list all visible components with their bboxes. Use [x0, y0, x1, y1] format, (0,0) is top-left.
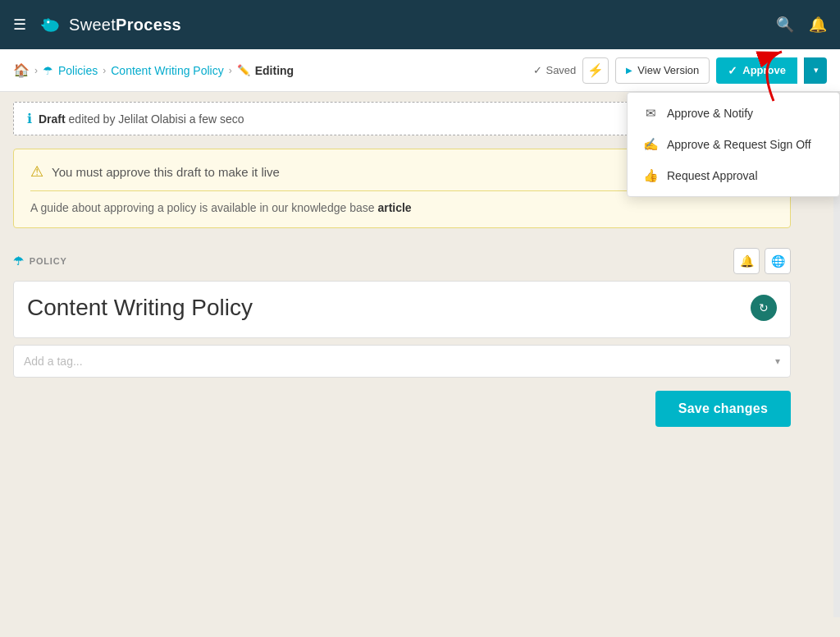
breadcrumb-sep-2: ›: [103, 65, 106, 76]
breadcrumb-sep-3: ›: [229, 65, 232, 76]
logo-bird-icon: [38, 11, 64, 38]
save-changes-row: Save changes: [13, 391, 791, 427]
policy-header-icons: 🔔 🌐: [733, 248, 791, 274]
nav-right: 🔍 🔔: [776, 16, 827, 34]
policy-bell-button[interactable]: 🔔: [733, 248, 760, 274]
home-icon: 🏠: [13, 62, 30, 78]
bell-icon[interactable]: 🔔: [809, 16, 827, 34]
tag-input-box[interactable]: Add a tag... ▾: [13, 345, 791, 378]
warning-triangle-icon: ⚠: [30, 163, 43, 181]
search-icon[interactable]: 🔍: [776, 16, 794, 34]
breadcrumb-editing: ✏️ Editing: [237, 64, 294, 77]
chevron-down-icon: ▾: [814, 65, 819, 76]
logo: SweetProcess: [38, 11, 181, 38]
policy-umbrella-icon: ☂: [13, 254, 25, 268]
policies-link[interactable]: Policies: [58, 64, 98, 77]
info-icon: ℹ: [27, 111, 32, 126]
signature-icon: ✍: [642, 137, 659, 152]
breadcrumb-actions: ✓ Saved ⚡ ▶ View Version ✓ Approve ▾: [533, 57, 827, 84]
svg-point-1: [47, 21, 49, 23]
warning-body: A guide about approving a policy is avai…: [30, 201, 774, 214]
nav-left: ☰ SweetProcess: [13, 11, 181, 38]
breadcrumb-policies[interactable]: ☂ Policies: [43, 64, 98, 77]
approve-dropdown-menu: ✉ Approve & Notify ✍ Approve & Request S…: [627, 92, 840, 197]
play-icon: ▶: [626, 66, 632, 75]
dropdown-request-approval[interactable]: 👍 Request Approval: [628, 160, 839, 191]
breadcrumb-policy-name[interactable]: Content Writing Policy: [111, 64, 223, 77]
dropdown-approve-signoff[interactable]: ✍ Approve & Request Sign Off: [628, 129, 839, 160]
policy-globe-button[interactable]: 🌐: [765, 248, 791, 274]
top-navigation: ☰ SweetProcess 🔍 🔔: [0, 0, 840, 49]
approve-button[interactable]: ✓ Approve: [716, 57, 797, 84]
thumbsup-icon: 👍: [642, 168, 659, 183]
approve-dropdown-button[interactable]: ▾: [804, 57, 827, 84]
policy-label: ☂ POLICY: [13, 254, 67, 268]
saved-status: ✓ Saved: [533, 64, 576, 76]
policy-header: ☂ POLICY 🔔 🌐: [13, 248, 791, 274]
logo-text: SweetProcess: [69, 16, 181, 34]
view-version-button[interactable]: ▶ View Version: [615, 57, 710, 84]
breadcrumb-bar: 🏠 › ☂ Policies › Content Writing Policy …: [0, 49, 840, 92]
envelope-icon: ✉: [642, 106, 659, 121]
edit-icon: ✏️: [237, 64, 250, 76]
hamburger-menu-icon[interactable]: ☰: [13, 16, 26, 34]
draft-notice-text: Draft edited by Jelilat Olabisi a few se…: [39, 112, 244, 126]
breadcrumb-home[interactable]: 🏠: [13, 62, 30, 78]
check-icon: ✓: [533, 64, 542, 76]
policies-icon: ☂: [43, 64, 53, 77]
dropdown-approve-notify[interactable]: ✉ Approve & Notify: [628, 98, 839, 129]
save-changes-button[interactable]: Save changes: [655, 391, 791, 427]
policy-title-box: Content Writing Policy ↻: [13, 281, 791, 338]
breadcrumb-sep-1: ›: [34, 65, 38, 76]
policy-name-link[interactable]: Content Writing Policy: [111, 64, 223, 77]
policy-section: ☂ POLICY 🔔 🌐 Content Writing Policy ↻ Ad…: [13, 248, 791, 427]
knowledge-base-link[interactable]: article: [377, 201, 411, 214]
approve-check-icon: ✓: [728, 64, 737, 77]
policy-title: Content Writing Policy: [27, 295, 253, 321]
refresh-button[interactable]: ↻: [751, 295, 777, 321]
lightning-button[interactable]: ⚡: [582, 57, 609, 84]
tag-chevron-icon: ▾: [775, 355, 780, 367]
tag-placeholder: Add a tag...: [24, 355, 83, 368]
